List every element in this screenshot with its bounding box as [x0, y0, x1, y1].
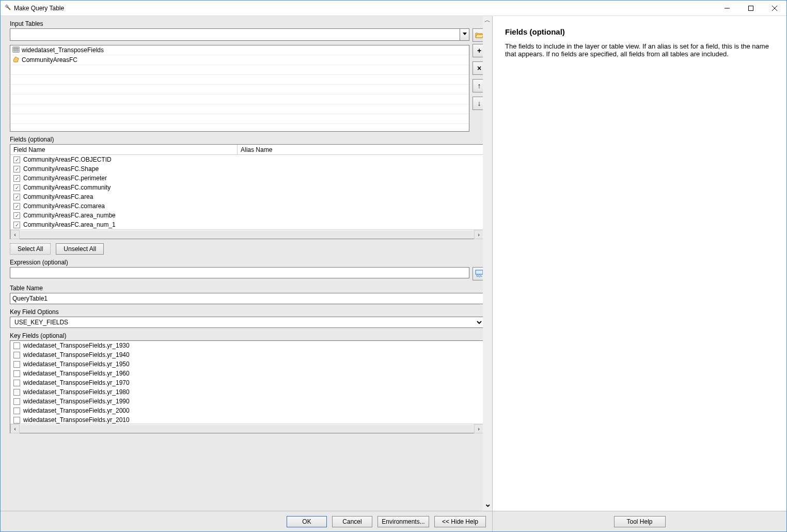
svg-text:SQL: SQL [476, 274, 483, 277]
unselect-all-button[interactable]: Unselect All [56, 243, 104, 255]
list-item[interactable]: widedataset_TransposeFields.yr_1970 [10, 378, 483, 387]
list-item[interactable]: widedataset_TransposeFields.yr_2010 [10, 415, 483, 424]
folder-open-icon [475, 32, 483, 39]
checkbox[interactable] [13, 389, 20, 396]
list-item[interactable]: widedataset_TransposeFields.yr_1980 [10, 387, 483, 397]
checkbox[interactable]: ✓ [13, 184, 20, 191]
expression-input[interactable] [10, 267, 469, 278]
hammer-icon [4, 3, 12, 13]
table-row[interactable]: ✓CommunityAreasFC.comarea [10, 201, 483, 211]
titlebar: Make Query Table [1, 1, 786, 16]
checkbox[interactable] [13, 352, 20, 358]
scroll-left-icon[interactable]: ‹ [10, 230, 20, 239]
list-item: widedataset_TransposeFields [10, 45, 469, 55]
checkbox[interactable]: ✓ [13, 166, 20, 173]
key-field-options-label: Key Field Options [10, 308, 492, 316]
key-field-name: widedataset_TransposeFields.yr_1930 [23, 342, 130, 349]
key-field-name: widedataset_TransposeFields.yr_1960 [23, 370, 130, 377]
scroll-left-icon[interactable]: ‹ [10, 424, 20, 433]
form-pane: Input Tables [1, 16, 492, 531]
x-icon: × [477, 64, 481, 72]
svg-rect-1 [7, 7, 11, 10]
plus-icon: + [477, 46, 481, 55]
checkbox[interactable]: ✓ [13, 175, 20, 182]
checkbox[interactable] [13, 342, 20, 349]
checkbox[interactable] [13, 370, 20, 377]
table-row[interactable]: ✓CommunityAreasFC.community [10, 183, 483, 192]
list-item[interactable]: widedataset_TransposeFields.yr_2000 [10, 406, 483, 415]
table-row[interactable]: ✓CommunityAreasFC.Shape [10, 164, 483, 174]
form-scrollbar[interactable]: ︿ ⌄ [483, 16, 492, 511]
checkbox[interactable]: ✓ [13, 212, 20, 219]
ok-button[interactable]: OK [287, 516, 327, 527]
scroll-right-icon[interactable]: › [474, 424, 483, 433]
table-name-input[interactable] [10, 293, 484, 304]
key-fields-label: Key Fields (optional) [10, 332, 492, 339]
input-tables-list[interactable]: widedataset_TransposeFields CommunityAre… [10, 45, 469, 132]
arrow-up-icon: ↑ [478, 82, 481, 90]
key-field-name: widedataset_TransposeFields.yr_2000 [23, 407, 130, 414]
svg-rect-7 [13, 47, 19, 52]
window: Make Query Table Input Tables [0, 0, 787, 532]
tool-help-button[interactable]: Tool Help [614, 516, 666, 527]
list-item[interactable]: widedataset_TransposeFields.yr_1940 [10, 350, 483, 359]
checkbox[interactable]: ✓ [13, 203, 20, 210]
help-text: The fields to include in the layer or ta… [505, 42, 774, 58]
col-field-name[interactable]: Field Name [10, 145, 238, 154]
list-item[interactable]: widedataset_TransposeFields.yr_1960 [10, 369, 483, 378]
fields-label: Fields (optional) [10, 136, 492, 143]
key-field-name: widedataset_TransposeFields.yr_1950 [23, 361, 130, 368]
minimize-button[interactable] [715, 1, 739, 16]
table-row[interactable]: ✓CommunityAreasFC.area_numbe [10, 211, 483, 220]
list-item-label: widedataset_TransposeFields [22, 46, 104, 54]
checkbox[interactable] [13, 398, 20, 405]
input-tables-combo[interactable] [10, 28, 469, 41]
checkbox[interactable]: ✓ [13, 157, 20, 163]
cancel-button[interactable]: Cancel [332, 516, 372, 527]
checkbox[interactable] [13, 417, 20, 424]
svg-rect-13 [476, 270, 483, 274]
key-field-name: widedataset_TransposeFields.yr_1940 [23, 351, 130, 358]
key-field-name: widedataset_TransposeFields.yr_2010 [23, 416, 130, 424]
table-icon [12, 46, 22, 55]
scroll-right-icon[interactable]: › [474, 230, 483, 239]
h-scrollbar[interactable]: ‹ › [10, 229, 483, 239]
help-title: Fields (optional) [505, 27, 774, 36]
checkbox[interactable]: ✓ [13, 222, 20, 228]
key-field-options-select[interactable]: USE_KEY_FIELDS [10, 317, 484, 328]
help-pane: Fields (optional) The fields to include … [492, 16, 786, 531]
select-all-button[interactable]: Select All [10, 243, 51, 255]
chevron-down-icon[interactable] [460, 28, 469, 41]
list-item[interactable]: widedataset_TransposeFields.yr_1930 [10, 341, 483, 350]
field-name-cell: CommunityAreasFC.area_num_1 [23, 221, 116, 228]
h-scrollbar[interactable]: ‹ › [10, 424, 483, 433]
environments-button[interactable]: Environments... [377, 516, 429, 527]
table-row[interactable]: ✓CommunityAreasFC.area [10, 192, 483, 201]
table-row[interactable]: ✓CommunityAreasFC.OBJECTID [10, 155, 483, 164]
field-name-cell: CommunityAreasFC.comarea [23, 202, 105, 210]
key-field-name: widedataset_TransposeFields.yr_1970 [23, 379, 130, 386]
key-field-name: widedataset_TransposeFields.yr_1990 [23, 398, 130, 405]
list-item[interactable]: widedataset_TransposeFields.yr_1950 [10, 359, 483, 369]
table-name-label: Table Name [10, 285, 492, 292]
input-tables-input[interactable] [10, 28, 460, 41]
col-alias-name[interactable]: Alias Name [238, 145, 483, 154]
key-fields-list[interactable]: widedataset_TransposeFields.yr_1930wided… [10, 340, 484, 433]
hide-help-button[interactable]: << Hide Help [434, 516, 486, 527]
maximize-button[interactable] [739, 1, 763, 16]
table-row[interactable]: ✓CommunityAreasFC.perimeter [10, 174, 483, 183]
table-row[interactable]: ✓CommunityAreasFC.area_num_1 [10, 220, 483, 229]
list-item[interactable]: widedataset_TransposeFields.yr_1990 [10, 397, 483, 406]
field-name-cell: CommunityAreasFC.OBJECTID [23, 156, 112, 163]
field-name-cell: CommunityAreasFC.area_numbe [23, 212, 116, 219]
checkbox[interactable] [13, 380, 20, 386]
checkbox[interactable] [13, 408, 20, 414]
checkbox[interactable] [13, 361, 20, 368]
expression-label: Expression (optional) [10, 259, 492, 266]
fields-table[interactable]: Field Name Alias Name ✓CommunityAreasFC.… [10, 144, 484, 239]
list-item-label: CommunityAreasFC [22, 56, 77, 64]
arrow-down-icon: ↓ [478, 99, 481, 107]
checkbox[interactable]: ✓ [13, 194, 20, 200]
input-tables-label: Input Tables [10, 20, 492, 27]
close-button[interactable] [763, 1, 786, 16]
